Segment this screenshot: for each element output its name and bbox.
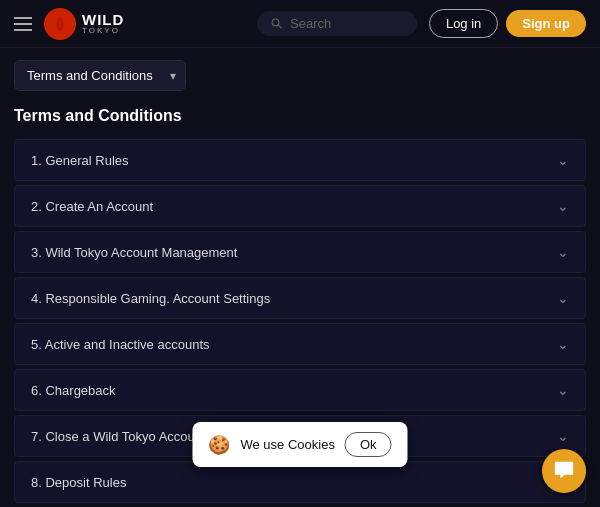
terms-dropdown[interactable]: Terms and Conditions Privacy PolicyCooki… bbox=[14, 60, 186, 91]
accordion-label: 6. Chargeback bbox=[31, 383, 116, 398]
svg-line-3 bbox=[278, 25, 281, 28]
chevron-down-icon: ⌄ bbox=[557, 382, 569, 398]
page-title: Terms and Conditions bbox=[0, 103, 600, 139]
logo[interactable]: WILD TOKYO bbox=[44, 8, 124, 40]
chevron-down-icon: ⌄ bbox=[557, 290, 569, 306]
accordion-label: 4. Responsible Gaming. Account Settings bbox=[31, 291, 270, 306]
accordion-item[interactable]: 4. Responsible Gaming. Account Settings … bbox=[14, 277, 586, 319]
cookie-text: We use Cookies bbox=[240, 437, 334, 452]
search-input[interactable] bbox=[290, 16, 403, 31]
chevron-down-icon: ⌄ bbox=[557, 152, 569, 168]
cookie-banner: 🍪 We use Cookies Ok bbox=[192, 422, 407, 467]
accordion-item[interactable]: 8. Deposit Rules ⌄ bbox=[14, 461, 586, 503]
accordion-item[interactable]: 1. General Rules ⌄ bbox=[14, 139, 586, 181]
accordion-item[interactable]: 3. Wild Tokyo Account Management ⌄ bbox=[14, 231, 586, 273]
svg-point-2 bbox=[272, 19, 279, 26]
chat-icon bbox=[553, 460, 575, 482]
header: WILD TOKYO Log in Sign up bbox=[0, 0, 600, 48]
accordion-label: 7. Close a Wild Tokyo Account bbox=[31, 429, 206, 444]
logo-icon bbox=[44, 8, 76, 40]
accordion-label: 2. Create An Account bbox=[31, 199, 153, 214]
dropdown-bar: Terms and Conditions Privacy PolicyCooki… bbox=[0, 48, 600, 103]
login-button[interactable]: Log in bbox=[429, 9, 498, 38]
accordion-label: 1. General Rules bbox=[31, 153, 129, 168]
chevron-down-icon: ⌄ bbox=[557, 198, 569, 214]
chat-bubble[interactable] bbox=[542, 449, 586, 493]
accordion-label: 8. Deposit Rules bbox=[31, 475, 126, 490]
accordion-label: 5. Active and Inactive accounts bbox=[31, 337, 210, 352]
accordion-item[interactable]: 5. Active and Inactive accounts ⌄ bbox=[14, 323, 586, 365]
accordion-item[interactable]: 6. Chargeback ⌄ bbox=[14, 369, 586, 411]
accordion-item[interactable]: 2. Create An Account ⌄ bbox=[14, 185, 586, 227]
hamburger-menu[interactable] bbox=[14, 17, 32, 31]
chevron-down-icon: ⌄ bbox=[557, 428, 569, 444]
search-icon bbox=[271, 17, 282, 30]
chevron-down-icon: ⌄ bbox=[557, 336, 569, 352]
svg-point-1 bbox=[56, 16, 63, 30]
cookie-icon: 🍪 bbox=[208, 434, 230, 456]
dropdown-wrapper[interactable]: Terms and Conditions Privacy PolicyCooki… bbox=[14, 60, 186, 91]
chevron-down-icon: ⌄ bbox=[557, 244, 569, 260]
signup-button[interactable]: Sign up bbox=[506, 10, 586, 37]
cookie-ok-button[interactable]: Ok bbox=[345, 432, 392, 457]
logo-text: WILD TOKYO bbox=[82, 12, 124, 35]
search-bar[interactable] bbox=[257, 11, 417, 36]
accordion-label: 3. Wild Tokyo Account Management bbox=[31, 245, 237, 260]
